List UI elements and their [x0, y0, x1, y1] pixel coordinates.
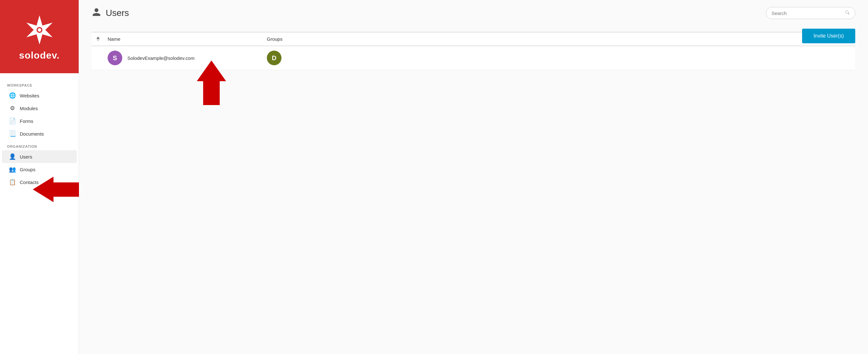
forms-icon: 📄	[9, 118, 16, 125]
search-box[interactable]	[766, 7, 855, 19]
sidebar-item-forms[interactable]: 📄 Forms	[2, 115, 77, 127]
sidebar-item-groups[interactable]: 👥 Groups	[2, 163, 77, 176]
search-icon	[845, 10, 850, 16]
group-badge: D	[267, 51, 281, 65]
svg-point-2	[38, 28, 41, 32]
annotation-arrow-left	[33, 177, 79, 202]
sort-arrow-down-icon	[96, 39, 100, 41]
sort-column-header	[92, 32, 104, 46]
main-content: Users Invite User(s)	[79, 0, 868, 354]
user-icon: 👤	[9, 153, 16, 160]
brand-name: solodev.	[19, 50, 60, 61]
sidebar-item-documents[interactable]: 📃 Documents	[2, 127, 77, 140]
avatar: S	[107, 51, 122, 65]
groups-icon: 👥	[9, 166, 16, 173]
search-input[interactable]	[772, 10, 845, 16]
arrow-head-left-icon	[33, 177, 54, 202]
workspace-section-label: WORKSPACE	[0, 79, 79, 89]
sidebar-item-groups-label: Groups	[20, 167, 35, 172]
groups-column-header: Groups	[264, 32, 855, 46]
sidebar-item-users[interactable]: 👤 Users	[2, 150, 77, 163]
groups-cell: D	[264, 46, 855, 70]
sidebar-nav: WORKSPACE 🌐 Websites ⚙ Modules 📄 Forms 📃…	[0, 73, 79, 354]
table-header-row: Name Groups	[92, 32, 855, 46]
contacts-icon: 📋	[9, 179, 16, 186]
page-title: Users	[106, 8, 129, 18]
invite-users-button[interactable]: Invite User(s)	[802, 29, 855, 43]
sidebar-item-forms-label: Forms	[20, 119, 33, 124]
action-bar: Invite User(s)	[802, 29, 855, 43]
sort-arrow-up-icon	[96, 37, 100, 39]
modules-icon: ⚙	[9, 105, 16, 112]
organization-section-label: ORGANIZATION	[0, 140, 79, 150]
page-title-icon	[92, 7, 101, 19]
globe-icon: 🌐	[9, 92, 16, 99]
sidebar-item-modules-label: Modules	[20, 106, 38, 111]
sidebar-item-modules[interactable]: ⚙ Modules	[2, 102, 77, 115]
sidebar-item-users-label: Users	[20, 154, 32, 160]
arrow-head-up-icon	[197, 61, 226, 81]
avatar-letter: S	[113, 55, 117, 62]
sidebar-item-websites-label: Websites	[20, 93, 39, 98]
arrow-stem-horizontal	[54, 183, 79, 197]
page-title-area: Users	[92, 7, 129, 19]
logo-area: solodev.	[0, 0, 79, 73]
row-sort-cell	[92, 46, 104, 70]
documents-icon: 📃	[9, 130, 16, 137]
annotation-arrow-up	[197, 61, 226, 105]
top-bar: Users	[79, 0, 868, 19]
sidebar-item-websites[interactable]: 🌐 Websites	[2, 89, 77, 102]
name-cell: S SolodevExample@solodev.com	[104, 46, 264, 70]
sidebar-item-documents-label: Documents	[20, 131, 44, 136]
user-email: SolodevExample@solodev.com	[127, 55, 194, 61]
name-column-header: Name	[104, 32, 264, 46]
content-area: Invite User(s) Name Groups	[79, 19, 868, 354]
arrow-stem	[203, 81, 220, 105]
group-badge-letter: D	[272, 55, 276, 62]
solodev-logo-icon	[22, 12, 57, 47]
sort-arrows[interactable]	[94, 37, 102, 41]
